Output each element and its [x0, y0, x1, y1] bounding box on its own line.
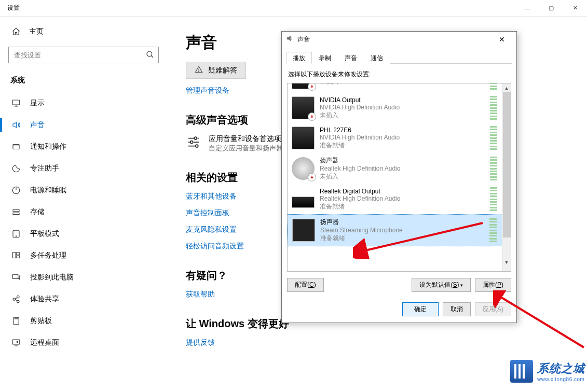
search-icon[interactable] — [145, 50, 155, 61]
device-item[interactable]: NVIDIA Output NVIDIA High Definition Aud… — [288, 93, 511, 123]
search-input[interactable] — [8, 47, 159, 63]
dialog-close-button[interactable]: ✕ — [492, 35, 512, 44]
device-text: 扬声器 Realtek High Definition Audio 未插入 — [320, 156, 485, 181]
tab-sounds[interactable]: 声音 — [338, 52, 364, 64]
scrollbar[interactable]: ▲ ▼ — [502, 83, 511, 271]
scroll-down-icon[interactable]: ▼ — [502, 258, 511, 267]
device-icon — [292, 157, 315, 180]
nav-label: 电源和睡眠 — [30, 186, 66, 195]
svg-rect-11 — [12, 275, 18, 279]
sidebar-item[interactable]: 声音 — [8, 114, 159, 136]
sidebar-item[interactable]: 剪贴板 — [8, 310, 159, 332]
tab-communications[interactable]: 通信 — [364, 52, 390, 64]
device-desc: NVIDIA High Definition Audio — [320, 104, 485, 111]
device-text: Realtek Digital Output Realtek High Defi… — [320, 188, 485, 211]
troubleshoot-button[interactable]: 疑难解答 — [186, 62, 246, 79]
nav-label: 平板模式 — [30, 229, 59, 239]
level-meter — [490, 157, 497, 180]
device-desc: Steam Streaming Microphone — [320, 227, 484, 234]
titlebar: 设置 — ▢ ✕ — [0, 0, 587, 17]
device-item[interactable]: 扬声器 Realtek High Definition Audio 未插入 — [288, 153, 511, 184]
home-icon — [11, 27, 21, 36]
sidebar-item[interactable]: 专注助手 — [8, 158, 159, 179]
device-item[interactable]: Realtek Digital Output Realtek High Defi… — [288, 184, 511, 214]
svg-rect-9 — [17, 253, 20, 255]
window-controls: — ▢ ✕ — [515, 0, 587, 17]
sidebar-item[interactable]: 电源和睡眠 — [8, 179, 159, 201]
sidebar-item[interactable]: 通知和操作 — [8, 136, 159, 158]
device-text: PHL 227E6 NVIDIA High Definition Audio 准… — [320, 127, 485, 150]
nav-icon — [11, 142, 21, 151]
set-default-button[interactable]: 设为默认值(S) — [412, 278, 471, 292]
sidebar-item[interactable]: 平板模式 — [8, 223, 159, 245]
ok-button[interactable]: 确定 — [402, 302, 439, 316]
sidebar-category: 系统 — [8, 73, 159, 90]
apply-button[interactable]: 应用(A) — [475, 302, 511, 316]
minimize-button[interactable]: — — [515, 0, 539, 17]
sound-dialog: 声音 ✕ 播放 录制 声音 通信 选择以下播放设备来修改设置: NVIDIA H… — [281, 31, 517, 323]
device-icon — [292, 96, 315, 119]
level-meter — [490, 126, 497, 150]
svg-rect-4 — [13, 210, 19, 212]
configure-button[interactable]: 配置(C) — [287, 278, 324, 292]
pref-title: 应用音量和设备首选项 — [209, 134, 283, 144]
device-item[interactable]: NVIDIA High Definition Audio 未插入 — [288, 83, 511, 93]
level-meter — [490, 187, 497, 211]
device-name: PHL 227E6 — [320, 127, 485, 134]
warning-icon — [195, 65, 203, 75]
scroll-up-icon[interactable]: ▲ — [502, 83, 511, 92]
level-meter — [490, 83, 497, 90]
nav-icon — [11, 186, 21, 195]
maximize-button[interactable]: ▢ — [539, 0, 563, 17]
device-name: 扬声器 — [320, 218, 484, 227]
device-list[interactable]: NVIDIA High Definition Audio 未插入 NVIDIA … — [287, 83, 511, 272]
device-status: 准备就绪 — [320, 234, 484, 243]
svg-point-18 — [194, 137, 197, 139]
nav-label: 专注助手 — [30, 164, 59, 173]
svg-point-19 — [190, 141, 193, 144]
svg-point-7 — [16, 236, 17, 237]
scroll-thumb[interactable] — [503, 92, 511, 237]
nav-label: 通知和操作 — [30, 142, 66, 151]
device-item[interactable]: 扬声器 Steam Streaming Microphone 准备就绪 — [288, 214, 511, 246]
home-button[interactable]: 主页 — [8, 22, 159, 41]
watermark-logo-icon — [510, 360, 533, 383]
sidebar-item[interactable]: 体验共享 — [8, 288, 159, 310]
dialog-tabs: 播放 录制 声音 通信 — [286, 51, 512, 64]
tab-recording[interactable]: 录制 — [312, 52, 338, 64]
nav-label: 远程桌面 — [30, 338, 59, 347]
svg-point-20 — [196, 145, 198, 147]
sidebar-item[interactable]: 多任务处理 — [8, 245, 159, 267]
device-icon — [292, 83, 315, 89]
nav-icon — [11, 273, 21, 282]
sidebar-item[interactable]: 投影到此电脑 — [8, 267, 159, 288]
device-status: 未插入 — [320, 172, 485, 181]
svg-rect-8 — [12, 253, 16, 258]
sidebar-item[interactable]: 远程桌面 — [8, 332, 159, 354]
device-item[interactable]: PHL 227E6 NVIDIA High Definition Audio 准… — [288, 123, 511, 153]
sidebar-item[interactable]: 存储 — [8, 201, 159, 223]
search-wrap — [8, 47, 159, 63]
device-desc: NVIDIA High Definition Audio — [320, 134, 485, 141]
close-button[interactable]: ✕ — [563, 0, 587, 17]
device-desc: Realtek High Definition Audio — [320, 165, 485, 172]
cancel-button[interactable]: 取消 — [443, 302, 471, 316]
pref-sub: 自定义应用音量和扬声器 — [209, 144, 283, 153]
tab-playback[interactable]: 播放 — [286, 52, 312, 64]
device-icon — [292, 219, 315, 242]
properties-button[interactable]: 属性(P) — [475, 278, 511, 292]
device-icon — [292, 127, 315, 149]
troubleshoot-label: 疑难解答 — [208, 66, 237, 75]
home-label: 主页 — [29, 27, 44, 36]
nav-label: 体验共享 — [30, 295, 59, 304]
nav-icon — [11, 338, 21, 347]
device-name: 扬声器 — [320, 156, 485, 165]
dialog-footer: 确定 取消 应用(A) — [282, 297, 516, 323]
feedback-link[interactable]: 提供反馈 — [186, 338, 568, 347]
nav-label: 显示 — [30, 99, 45, 108]
svg-rect-2 — [13, 145, 19, 149]
nav-label: 多任务处理 — [30, 251, 66, 260]
sidebar-item[interactable]: 显示 — [8, 92, 159, 114]
device-status: 未插入 — [320, 83, 485, 86]
level-meter — [489, 218, 497, 242]
